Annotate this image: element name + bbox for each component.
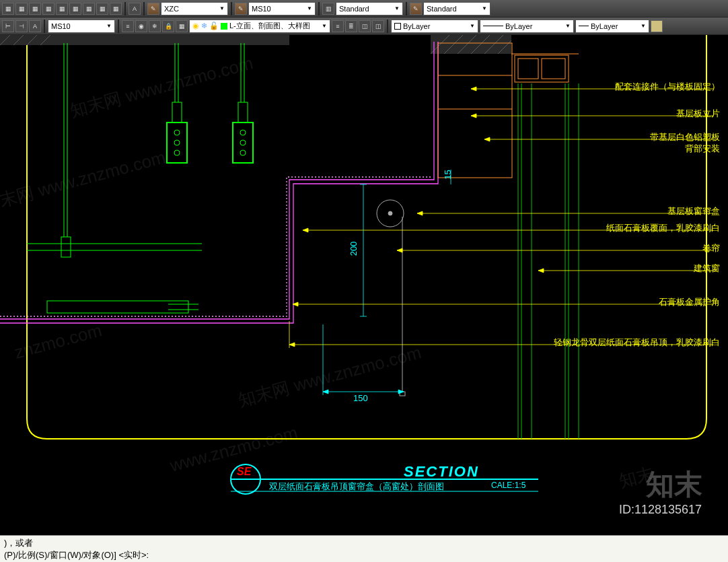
svg-marker-64 [484, 137, 490, 141]
tool-icon[interactable]: ▦ [96, 3, 108, 15]
dim-icon[interactable]: ⊣ [15, 20, 28, 32]
annotation: 配套连接件（与楼板固定） [615, 81, 720, 93]
color-icon[interactable] [651, 20, 663, 32]
layer-icon[interactable]: ◫ [372, 20, 384, 32]
drawing-canvas[interactable]: 知末网 www.znzmo.com 知末网 www.znzmo.com znzm… [0, 35, 728, 520]
svg-marker-57 [398, 390, 404, 394]
tool-icon[interactable]: ▦ [110, 3, 122, 15]
svg-marker-70 [397, 248, 402, 252]
color-dropdown[interactable]: ByLayer ▼ [391, 20, 478, 33]
annotation: 建筑窗 [694, 262, 720, 275]
layer-icon[interactable]: 🔒 [162, 20, 174, 32]
lineweight-dropdown[interactable]: ByLayer ▼ [575, 20, 649, 33]
text-icon[interactable]: A [129, 3, 141, 15]
svg-marker-66 [417, 211, 423, 215]
svg-marker-60 [471, 87, 476, 91]
tool-icon[interactable]: ▦ [15, 3, 28, 15]
layer-icon[interactable]: ◉ [135, 20, 147, 32]
drawing-title: 双层纸面石膏板吊顶窗帘盒（高窗处）剖面图 [269, 481, 444, 493]
brush-icon[interactable]: ✎ [410, 3, 422, 15]
svg-marker-68 [303, 228, 308, 232]
svg-rect-1 [431, 35, 511, 54]
svg-marker-72 [538, 269, 544, 273]
textstyle-value: MS10 [252, 5, 271, 13]
svg-point-19 [174, 130, 180, 135]
lineweight-value: ByLayer [591, 22, 618, 30]
brush-icon[interactable]: ✎ [235, 3, 247, 15]
annotation: 卷帘 [702, 242, 720, 254]
layer-icon[interactable]: ◫ [359, 20, 371, 32]
svg-rect-39 [542, 59, 565, 79]
svg-marker-56 [323, 390, 328, 394]
svg-rect-25 [233, 122, 253, 163]
mlstyle-dropdown[interactable]: Standard ▼ [423, 2, 490, 15]
brand-watermark: 知末 [646, 466, 702, 503]
dimstyle-value: XZC [164, 5, 179, 13]
cad-drawing [0, 35, 728, 520]
tool-icon[interactable]: ▦ [56, 3, 68, 15]
layer-icon[interactable]: ≡ [332, 20, 344, 32]
svg-point-27 [240, 140, 246, 145]
brush-icon[interactable]: ✎ [147, 3, 159, 15]
svg-rect-14 [61, 237, 71, 257]
svg-rect-17 [172, 102, 182, 122]
dimension: 15 [443, 170, 453, 179]
annotation: 基层板窗帘盒 [667, 205, 720, 217]
color-value: ByLayer [403, 22, 430, 30]
annotation: 石膏板金属护角 [659, 296, 720, 308]
svg-rect-24 [238, 102, 248, 122]
svg-point-26 [240, 130, 246, 135]
dimension: 200 [349, 242, 359, 256]
svg-point-28 [240, 150, 246, 155]
layer-icon[interactable]: ≡ [122, 20, 134, 32]
text-icon[interactable]: A [29, 20, 41, 32]
textstyle2-dropdown[interactable]: MS10 ▼ [48, 20, 115, 33]
annotation: 轻钢龙骨双层纸面石膏板吊顶，乳胶漆刷白 [554, 337, 720, 349]
linetype-value: ByLayer [505, 22, 532, 30]
tool-icon[interactable]: ▦ [29, 3, 41, 15]
tool-icon[interactable]: ▦ [42, 3, 54, 15]
layer-dropdown[interactable]: ◉ ❄ 🔓 L-立面、剖面图、大样图 ▼ [189, 20, 330, 33]
svg-marker-62 [471, 114, 476, 118]
svg-rect-0 [0, 35, 289, 45]
cmd-text-2: (P)/比例(S)/窗口(W)/对象(O)] <实时>: [4, 549, 724, 561]
toolbar-row-1: ▦ ▦ ▦ ▦ ▦ ▦ ▦ ▦ ▦ A ✎ XZC ▼ ✎ MS10 ▼ ▥ S… [0, 0, 728, 17]
svg-rect-34 [438, 43, 512, 178]
layer-icon[interactable]: ▦ [176, 20, 188, 32]
svg-point-21 [174, 150, 180, 155]
svg-marker-76 [289, 343, 295, 347]
cmd-text-1: )，或者 [4, 537, 724, 549]
svg-point-48 [388, 211, 392, 215]
layer-icon[interactable]: ❄ [149, 20, 161, 32]
section-marker: SE [237, 466, 251, 478]
textstyle2-value: MS10 [51, 22, 71, 30]
annotation: 基层板立片 [676, 108, 720, 120]
annotation: 带基层白色铝塑板 [650, 131, 720, 143]
svg-point-20 [174, 140, 180, 145]
dimstyle-dropdown[interactable]: XZC ▼ [161, 2, 228, 15]
linetype-dropdown[interactable]: ByLayer ▼ [480, 20, 574, 33]
tool-icon[interactable]: ▦ [2, 3, 14, 15]
mlstyle-value: Standard [427, 5, 457, 13]
dimension: 150 [353, 393, 368, 403]
svg-rect-31 [47, 301, 188, 313]
tablestyle-value: Standard [339, 5, 369, 13]
svg-rect-18 [167, 122, 187, 163]
layer-icon[interactable]: ≣ [345, 20, 357, 32]
image-id: ID:1128135617 [619, 503, 702, 517]
annotation: 背部安装 [685, 143, 720, 155]
svg-rect-38 [518, 59, 538, 79]
layer-value: L-立面、剖面图、大样图 [229, 21, 310, 31]
dim-icon[interactable]: ⊢ [2, 20, 14, 32]
textstyle-dropdown[interactable]: MS10 ▼ [248, 2, 316, 15]
tool-icon[interactable]: ▦ [83, 3, 95, 15]
annotation: 纸面石膏板覆面，乳胶漆刷白 [606, 222, 720, 234]
command-line[interactable]: )，或者 (P)/比例(S)/窗口(W)/对象(O)] <实时>: [0, 535, 728, 562]
tablestyle-dropdown[interactable]: Standard ▼ [336, 2, 403, 15]
toolbar-row-2: ⊢ ⊣ A MS10 ▼ ≡ ◉ ❄ 🔒 ▦ ◉ ❄ 🔓 L-立面、剖面图、大样… [0, 17, 728, 35]
scale-text: CALE:1:5 [491, 481, 525, 490]
tool-icon[interactable]: ▦ [69, 3, 81, 15]
section-heading: SECTION [404, 463, 479, 481]
table-icon[interactable]: ▥ [322, 3, 334, 15]
